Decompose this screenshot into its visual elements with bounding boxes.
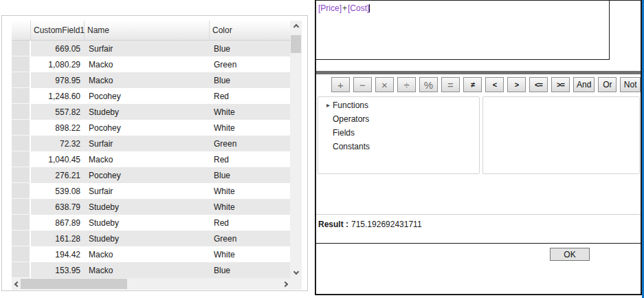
cell-name[interactable]: Surfair	[85, 183, 210, 199]
items-list[interactable]	[482, 96, 640, 174]
cell-name[interactable]: Surfair	[85, 136, 210, 151]
cell-name[interactable]: Pocohey	[85, 120, 210, 136]
cell-customfield1[interactable]: 669.05	[31, 41, 85, 56]
cell-color[interactable]: Blue	[210, 41, 290, 56]
cell-customfield1[interactable]: 1,040.45	[31, 151, 85, 167]
cell-name[interactable]: Macko	[85, 262, 210, 278]
operator-button-less-or-equal[interactable]: <=	[529, 77, 548, 92]
table-row[interactable]: 867.89StudebyRed	[12, 215, 290, 231]
cell-customfield1[interactable]: 276.21	[31, 167, 85, 183]
cell-name[interactable]: Macko	[85, 151, 210, 167]
operator-button-plus[interactable]: +	[331, 77, 350, 92]
row-indicator[interactable]	[12, 167, 31, 183]
operator-button-or[interactable]: Or	[598, 77, 617, 92]
cell-customfield1[interactable]: 978.95	[31, 72, 85, 88]
table-row[interactable]: 161.28StudebyGreen	[12, 231, 290, 246]
cell-name[interactable]: Macko	[85, 72, 210, 88]
cell-name[interactable]: Pocohey	[85, 167, 210, 183]
cell-color[interactable]: White	[210, 246, 290, 262]
operator-button-minus[interactable]: −	[353, 77, 372, 92]
row-indicator[interactable]	[12, 72, 31, 88]
operator-button-less-than[interactable]: <	[485, 77, 504, 92]
cell-customfield1[interactable]: 161.28	[31, 231, 85, 246]
cell-color[interactable]: Blue	[210, 72, 290, 88]
cell-name[interactable]: Studeby	[85, 104, 210, 120]
row-indicator[interactable]	[12, 246, 31, 262]
row-indicator[interactable]	[12, 56, 31, 72]
cell-color[interactable]: White	[210, 104, 290, 120]
table-row[interactable]: 978.95MackoBlue	[12, 72, 290, 88]
cell-customfield1[interactable]: 557.82	[31, 104, 85, 120]
table-row[interactable]: 1,248.60PocoheyRed	[12, 88, 290, 104]
cell-customfield1[interactable]: 1,248.60	[31, 88, 85, 104]
row-indicator[interactable]	[12, 262, 31, 278]
cell-color[interactable]: Red	[210, 215, 290, 231]
row-indicator[interactable]	[12, 151, 31, 167]
cell-name[interactable]: Macko	[85, 56, 210, 72]
cell-customfield1[interactable]: 1,080.29	[31, 56, 85, 72]
scroll-down-button[interactable]	[290, 268, 302, 278]
row-indicator[interactable]	[12, 136, 31, 151]
scroll-left-button[interactable]	[12, 278, 21, 290]
operator-button-not-equals[interactable]: ≠	[463, 77, 482, 92]
scroll-right-button[interactable]	[281, 278, 290, 290]
cell-customfield1[interactable]: 867.89	[31, 215, 85, 231]
cell-customfield1[interactable]: 638.79	[31, 199, 85, 215]
table-row[interactable]: 1,080.29MackoGreen	[12, 56, 290, 72]
table-row[interactable]: 194.42MackoWhite	[12, 246, 290, 262]
operator-button-greater-than[interactable]: >	[507, 77, 526, 92]
cell-color[interactable]: Green	[210, 231, 290, 246]
cell-name[interactable]: Pocohey	[85, 88, 210, 104]
tree-item-functions[interactable]: ▸Functions	[318, 98, 479, 112]
row-indicator[interactable]	[12, 215, 31, 231]
horizontal-scrollbar-thumb[interactable]	[21, 279, 127, 289]
table-row[interactable]: 557.82StudebyWhite	[12, 104, 290, 120]
table-row[interactable]: 276.21PocoheyBlue	[12, 167, 290, 183]
tree-item-fields[interactable]: Fields	[318, 126, 479, 140]
tree-item-constants[interactable]: Constants	[318, 140, 479, 153]
operator-button-divide[interactable]: ÷	[397, 77, 416, 92]
table-row[interactable]: 638.79StudebyWhite	[12, 199, 290, 215]
column-header-color[interactable]: Color	[210, 21, 290, 41]
table-row[interactable]: 669.05SurfairBlue	[12, 41, 290, 56]
cell-name[interactable]: Studeby	[85, 215, 210, 231]
cell-name[interactable]: Studeby	[85, 199, 210, 215]
row-indicator[interactable]	[12, 88, 31, 104]
horizontal-scrollbar[interactable]	[12, 278, 290, 290]
column-header-customfield1[interactable]: CustomField1	[31, 21, 85, 41]
tree-item-operators[interactable]: Operators	[318, 112, 479, 126]
operator-button-multiply[interactable]: ×	[375, 77, 394, 92]
row-indicator[interactable]	[12, 183, 31, 199]
row-indicator[interactable]	[12, 41, 31, 56]
cell-color[interactable]: Green	[210, 136, 290, 151]
row-indicator[interactable]	[12, 104, 31, 120]
cell-color[interactable]: White	[210, 183, 290, 199]
cell-color[interactable]: Blue	[210, 167, 290, 183]
row-indicator[interactable]	[12, 231, 31, 246]
operator-button-greater-or-equal[interactable]: >=	[551, 77, 570, 92]
expression-input[interactable]: [Price]+[Cost]	[316, 1, 610, 60]
table-row[interactable]: 898.22PocoheyWhite	[12, 120, 290, 136]
table-row[interactable]: 153.95MackoBlue	[12, 262, 290, 278]
cell-color[interactable]: White	[210, 120, 290, 136]
cell-color[interactable]: White	[210, 199, 290, 215]
row-indicator[interactable]	[12, 199, 31, 215]
table-row[interactable]: 72.32SurfairGreen	[12, 136, 290, 151]
cell-name[interactable]: Macko	[85, 246, 210, 262]
row-indicator[interactable]	[12, 120, 31, 136]
cell-customfield1[interactable]: 194.42	[31, 246, 85, 262]
expand-arrow-icon[interactable]: ▸	[326, 98, 330, 112]
cell-color[interactable]: Red	[210, 88, 290, 104]
cell-customfield1[interactable]: 153.95	[31, 262, 85, 278]
operator-button-not[interactable]: Not	[620, 77, 641, 92]
cell-customfield1[interactable]: 539.08	[31, 183, 85, 199]
cell-customfield1[interactable]: 72.32	[31, 136, 85, 151]
vertical-scrollbar-thumb[interactable]	[291, 35, 301, 53]
cell-customfield1[interactable]: 898.22	[31, 120, 85, 136]
table-row[interactable]: 1,040.45MackoRed	[12, 151, 290, 167]
operator-button-percent[interactable]: %	[419, 77, 438, 92]
cell-color[interactable]: Green	[210, 56, 290, 72]
column-header-name[interactable]: Name	[85, 21, 210, 41]
table-row[interactable]: 539.08SurfairWhite	[12, 183, 290, 199]
operator-button-and[interactable]: And	[573, 77, 595, 92]
